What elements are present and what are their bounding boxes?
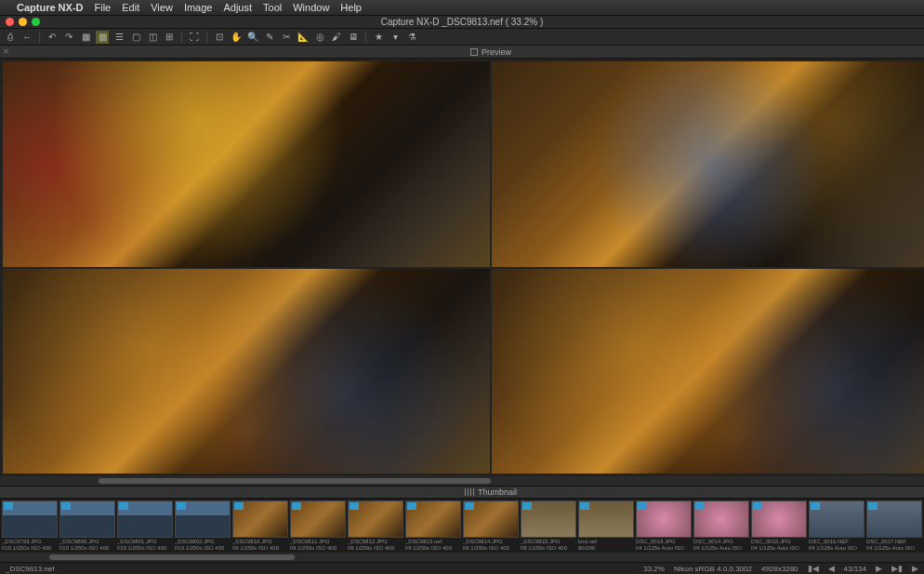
status-dims: 4928x3280 (761, 565, 799, 573)
nav-prev-icon[interactable]: ◀ (828, 564, 835, 573)
menu-help[interactable]: Help (340, 2, 362, 13)
thumbnail-item[interactable]: bird.nef80/200 (578, 501, 634, 551)
status-profile: Nikon sRGB 4.0.0.3002 (674, 565, 752, 573)
grid-large-icon[interactable]: ▦ (79, 31, 92, 44)
main-toolbar: ⎙ ← ↶ ↷ ▦ ▩ ☰ ▢ ◫ ⊞ ⛶ ⊡ ✋ 🔍 ✎ ✂ 📐 ◎ 🖌 🖥 … (0, 29, 924, 46)
thumbnail-item[interactable]: _DSC9793.JPGf/10 1/250s ISO 400 (2, 501, 58, 551)
preview-close-icon[interactable]: ✕ (3, 47, 9, 56)
thumbnail-label: Thumbnail (478, 487, 517, 497)
preview-mode-icon[interactable] (470, 48, 478, 56)
star-icon[interactable]: ★ (372, 31, 385, 44)
thumbnail-item[interactable]: DSC_0016.NEFf/4 1/125s Auto ISO 400 (809, 501, 865, 551)
straighten-icon[interactable]: 📐 (297, 31, 310, 44)
menu-window[interactable]: Window (293, 2, 329, 13)
thumbnail-item[interactable]: _DSC9813.neff/9 1/250s ISO 400 (405, 501, 461, 551)
system-menubar: Capture NX-D File Edit View Image Adjust… (0, 0, 924, 16)
thumbnail-strip[interactable]: _DSC9793.JPGf/10 1/250s ISO 400_DSC9800.… (0, 499, 924, 553)
filter-icon[interactable]: ⚗ (405, 31, 418, 44)
thumbnail-grip-icon[interactable] (465, 488, 474, 496)
status-position: 43/134 (844, 565, 866, 573)
grid-small-icon[interactable]: ▩ (96, 31, 109, 44)
back-icon[interactable]: ← (20, 31, 33, 44)
monitor-icon[interactable]: 🖥 (347, 31, 360, 44)
window-titlebar: Capture NX-D _DSC9813.nef ( 33.2% ) (0, 16, 924, 29)
thumbnail-item[interactable]: _DSC9802.JPGf/10 1/250s ISO 400 (175, 501, 231, 551)
controlpoint-icon[interactable]: ◎ (313, 31, 326, 44)
compare-view-icon[interactable]: ◫ (146, 31, 159, 44)
status-filename: _DSC9813.nef (6, 565, 54, 573)
preview-quad-3[interactable] (3, 269, 490, 474)
thumbnail-item[interactable]: DSC_0014.JPGf/4 1/125s Auto ISO 400 (693, 501, 749, 551)
menu-adjust[interactable]: Adjust (223, 2, 252, 13)
preview-quad-4[interactable] (492, 269, 924, 474)
eyedropper-icon[interactable]: ✎ (263, 31, 276, 44)
thumbnail-item[interactable]: _DSC9801.JPGf/10 1/250s ISO 400 (117, 501, 173, 551)
thumbnail-item[interactable]: _DSC9810.JPGf/9 1/250s ISO 400 (232, 501, 288, 551)
thumbnail-header: Thumbnail (0, 486, 924, 499)
single-view-icon[interactable]: ▢ (129, 31, 142, 44)
rotate-cw-icon[interactable]: ↷ (62, 31, 75, 44)
thumbnail-item[interactable]: DSC_0015.JPGf/4 1/125s Auto ISO 400 (751, 501, 807, 551)
window-title: Capture NX-D _DSC9813.nef ( 33.2% ) (381, 17, 544, 27)
preview-scrollbar[interactable] (0, 476, 924, 486)
thumbnail-item[interactable]: DSC_0013.JPGf/4 1/125s Auto ISO 400 (636, 501, 692, 551)
close-window[interactable] (6, 18, 14, 26)
status-bar: _DSC9813.nef 33.2% Nikon sRGB 4.0.0.3002… (0, 562, 924, 574)
menu-image[interactable]: Image (184, 2, 213, 13)
label-icon[interactable]: ▾ (389, 31, 402, 44)
preview-header: ✕ Preview ⤢ (0, 46, 924, 59)
brush-icon[interactable]: 🖌 (330, 31, 343, 44)
quad-view-icon[interactable]: ⊞ (163, 31, 176, 44)
list-icon[interactable]: ☰ (112, 31, 125, 44)
thumbnail-scrollbar[interactable] (0, 553, 924, 562)
nav-play-icon[interactable]: ▶ (912, 564, 918, 573)
rotate-ccw-icon[interactable]: ↶ (46, 31, 59, 44)
menu-file[interactable]: File (95, 2, 112, 13)
thumbnail-item[interactable]: _DSC9812.JPGf/9 1/250s ISO 400 (348, 501, 403, 551)
preview-quad-1[interactable] (3, 61, 490, 267)
print-icon[interactable]: ⎙ (4, 31, 17, 44)
fit-icon[interactable]: ⊡ (213, 31, 226, 44)
thumbnail-item[interactable]: DSC_0017.NEFf/4 1/125s Auto ISO 400 (866, 501, 922, 551)
preview-label: Preview (482, 47, 511, 57)
thumbnail-item[interactable]: _DSC9811.JPGf/9 1/250s ISO 400 (290, 501, 346, 551)
menu-tool[interactable]: Tool (263, 2, 282, 13)
preview-area[interactable] (0, 59, 924, 476)
hand-icon[interactable]: ✋ (230, 31, 243, 44)
thumbnail-item[interactable]: _DSC9814.JPGf/9 1/250s ISO 400 (463, 501, 519, 551)
traffic-lights (6, 18, 40, 26)
nav-next-icon[interactable]: ▶ (876, 564, 882, 573)
fullscreen-icon[interactable]: ⛶ (188, 31, 201, 44)
status-zoom: 33.2% (643, 565, 665, 573)
nav-first-icon[interactable]: ▮◀ (808, 564, 819, 573)
thumbnail-item[interactable]: _DSC9800.JPGf/10 1/250s ISO 400 (59, 501, 115, 551)
thumbnail-item[interactable]: _DSC9815.JPGf/8 1/250s ISO 400 (521, 501, 576, 551)
app-name[interactable]: Capture NX-D (17, 2, 84, 13)
zoom-window[interactable] (32, 18, 40, 26)
minimize-window[interactable] (19, 18, 27, 26)
zoom-icon[interactable]: 🔍 (246, 31, 259, 44)
preview-quad-2[interactable] (492, 61, 924, 267)
nav-last-icon[interactable]: ▶▮ (891, 564, 903, 573)
menu-view[interactable]: View (151, 2, 173, 13)
crop-icon[interactable]: ✂ (280, 31, 293, 44)
menu-edit[interactable]: Edit (122, 2, 139, 13)
